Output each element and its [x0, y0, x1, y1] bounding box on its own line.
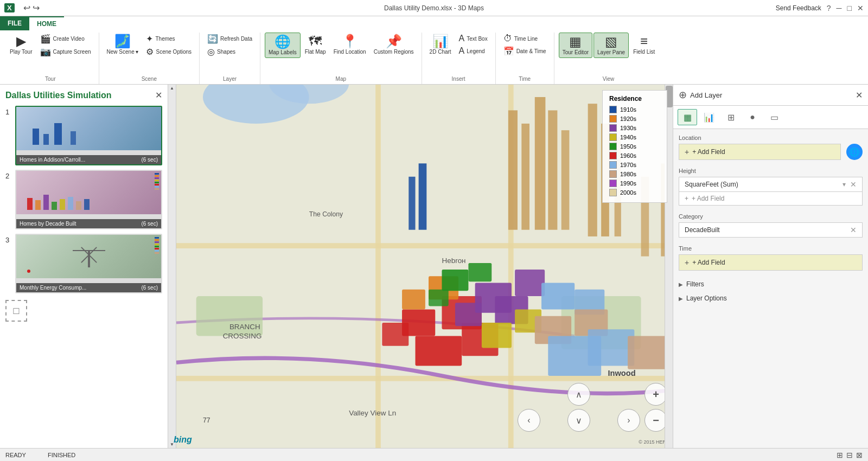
right-panel-content: Location + + Add Field 🌐 Height SquareFe… — [673, 129, 868, 448]
svg-rect-44 — [468, 263, 492, 281]
close-icon[interactable]: ✕ — [857, 4, 864, 12]
tab-home[interactable]: HOME — [29, 16, 64, 30]
category-field-value[interactable]: DecadeBuilt ✕ — [679, 222, 863, 238]
new-scene-button[interactable]: 🗾 New Scene ▾ — [104, 33, 142, 57]
svg-rect-45 — [429, 290, 449, 306]
status-icon-1[interactable]: ⊞ — [837, 451, 843, 459]
ribbon: ▶ Play Tour 🎬 Create Video 📷 Capture Scr… — [0, 30, 868, 85]
scene-item-3[interactable]: 3 — [5, 234, 162, 293]
svg-rect-17 — [419, 163, 427, 229]
undo-icon[interactable]: ↩ — [23, 3, 30, 13]
add-layer-button[interactable]: ⊕ Add Layer — [679, 89, 722, 101]
themes-button[interactable]: ✦ Themes — [143, 33, 195, 45]
legend-item-label: 2000s — [620, 189, 636, 196]
tilt-down-button[interactable]: ∨ — [567, 409, 590, 432]
scene-item-1[interactable]: 1 Homes in Addison/Carroll... (6 sec) — [5, 106, 162, 165]
scene-options-icon: ⚙ — [146, 47, 154, 57]
pan-right-button[interactable]: › — [617, 409, 640, 432]
2d-chart-button[interactable]: 📊 2D Chart — [426, 33, 455, 57]
window-title: Dallas Utility Demo.xlsx - 3D Maps — [384, 4, 484, 12]
scene-list-close-button[interactable]: ✕ — [155, 90, 162, 100]
filters-header[interactable]: ▶ Filters — [679, 278, 863, 290]
custom-regions-icon: 📌 — [386, 35, 402, 48]
play-tour-button[interactable]: ▶ Play Tour — [7, 33, 36, 57]
send-feedback-link[interactable]: Send Feedback — [776, 4, 821, 12]
map-labels-button[interactable]: 🌐 Map Labels — [265, 33, 301, 58]
scene-thumbnail-2[interactable]: Homes by Decade Built (6 sec) — [15, 170, 162, 229]
zoom-in-button[interactable]: + — [644, 383, 667, 406]
legend-button[interactable]: A Legend — [456, 45, 491, 57]
scene-number-2: 2 — [5, 172, 12, 229]
tab-file[interactable]: FILE — [0, 16, 29, 30]
status-bar: READY FINISHED ⊞ ⊟ ⊠ — [0, 448, 868, 461]
legend-color-swatch — [609, 143, 617, 150]
find-location-button[interactable]: 📍 Find Location — [330, 33, 369, 57]
svg-rect-21 — [535, 97, 546, 230]
svg-text:The Colony: The Colony — [309, 210, 343, 218]
text-box-button[interactable]: A Text Box — [456, 33, 491, 44]
help-icon[interactable]: ? — [827, 4, 831, 12]
rp-tab-3[interactable]: ● — [743, 109, 762, 125]
svg-text:77: 77 — [203, 417, 210, 424]
shapes-button[interactable]: ◎ Shapes — [204, 46, 256, 58]
rp-tab-0[interactable]: ▦ — [678, 109, 697, 125]
tour-editor-label: Tour Editor — [563, 49, 589, 55]
ribbon-group-time: ⏱ Time Line 📅 Date & Time Time — [496, 33, 554, 84]
height-field-value[interactable]: SquareFeet (Sum) ▾ ✕ — [679, 177, 863, 192]
status-right-icons: ⊞ ⊟ ⊠ — [837, 451, 863, 459]
scene-thumbnail-1[interactable]: Homes in Addison/Carroll... (6 sec) — [15, 106, 162, 165]
map-area[interactable]: ▲ ▼ BRANCH CROSSING Inwood Valley V — [168, 85, 673, 448]
maximize-icon[interactable]: □ — [847, 4, 852, 12]
legend-item: 1990s — [609, 180, 660, 187]
pan-left-button[interactable]: ‹ — [518, 409, 540, 432]
category-section: Category DecadeBuilt ✕ — [679, 213, 863, 238]
refresh-data-button[interactable]: 🔄 Refresh Data — [204, 33, 256, 45]
svg-rect-32 — [416, 336, 462, 366]
height-add-field[interactable]: + + Add Field — [679, 192, 863, 206]
time-line-button[interactable]: ⏱ Time Line — [500, 33, 550, 44]
rp-tab-4[interactable]: ▭ — [764, 109, 784, 125]
tour-editor-button[interactable]: ▦ Tour Editor — [559, 33, 592, 58]
custom-regions-button[interactable]: 📌 Custom Regions — [371, 33, 417, 57]
svg-rect-4 — [176, 376, 673, 381]
time-add-field[interactable]: + + Add Field — [679, 254, 863, 271]
height-remove-icon[interactable]: ✕ — [850, 180, 857, 189]
field-list-button[interactable]: ≡ Field List — [630, 33, 658, 57]
time-plus-icon: + — [685, 258, 689, 267]
legend-item-label: 1930s — [620, 125, 636, 131]
category-remove-icon[interactable]: ✕ — [850, 226, 857, 234]
legend-color-swatch — [609, 124, 617, 132]
scene-options-button[interactable]: ⚙ Scene Options — [143, 46, 195, 58]
zoom-out-button[interactable]: − — [644, 409, 667, 432]
location-add-field[interactable]: + + Add Field — [679, 144, 841, 160]
scene-1-label: Homes in Addison/Carroll... (6 sec) — [16, 155, 161, 164]
legend-color-swatch — [609, 106, 617, 113]
status-icon-2[interactable]: ⊟ — [846, 451, 853, 459]
status-icon-3[interactable]: ⊠ — [856, 451, 863, 459]
create-video-button[interactable]: 🎬 Create Video — [37, 33, 94, 45]
height-dropdown-icon[interactable]: ▾ — [843, 181, 846, 188]
scene-thumbnail-3[interactable]: Monthly Energy Consump... (6 sec) — [15, 234, 162, 293]
add-scene-button[interactable]: □ — [5, 300, 27, 322]
flat-map-icon: 🗺 — [309, 35, 322, 48]
minimize-icon[interactable]: ─ — [837, 4, 842, 12]
tilt-up-button[interactable]: ∧ — [567, 383, 590, 406]
redo-icon[interactable]: ↪ — [33, 3, 40, 13]
capture-screen-button[interactable]: 📷 Capture Screen — [37, 46, 94, 58]
scroll-up-arrow[interactable]: ▲ — [169, 85, 176, 92]
map-group-label: Map — [336, 76, 346, 82]
layer-pane-button[interactable]: ▧ Layer Pane — [593, 33, 629, 58]
view-group-label: View — [603, 76, 615, 82]
svg-rect-46 — [541, 283, 575, 310]
right-panel-close-button[interactable]: ✕ — [856, 90, 863, 100]
layer-options-header[interactable]: ▶ Layer Options — [679, 292, 863, 304]
date-time-button[interactable]: 📅 Date & Time — [500, 45, 550, 57]
location-globe-button[interactable]: 🌐 — [846, 144, 863, 160]
rp-tab-2[interactable]: ⊞ — [721, 109, 741, 125]
flat-map-button[interactable]: 🗺 Flat Map — [302, 33, 329, 57]
legend-color-swatch — [609, 115, 617, 123]
status-finished: FINISHED — [48, 452, 75, 458]
legend-item: 1910s — [609, 106, 660, 113]
scene-item-2[interactable]: 2 — [5, 170, 162, 229]
rp-tab-1[interactable]: 📊 — [699, 109, 719, 125]
